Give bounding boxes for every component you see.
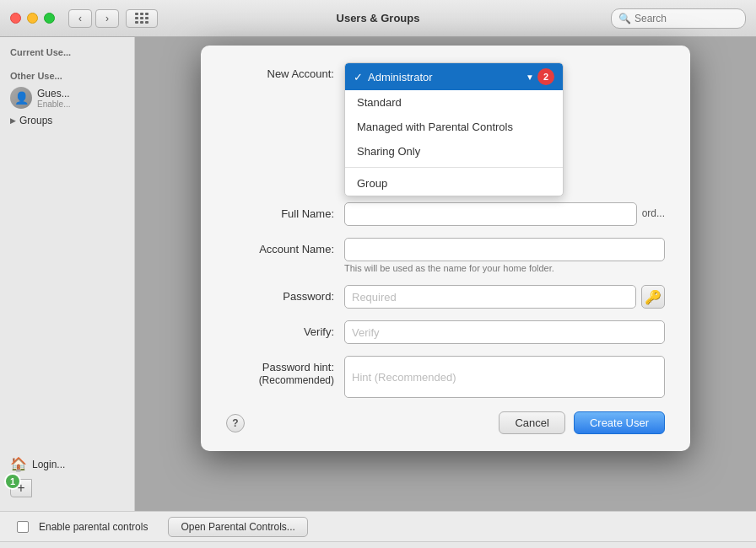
forward-button[interactable]: ›	[95, 9, 119, 28]
hint-input[interactable]	[344, 356, 665, 398]
traffic-lights	[10, 13, 55, 24]
hint-label: Password hint: (Recommended)	[226, 356, 344, 386]
modal-overlay: New Account: ✓ Administrator ▼ 2	[135, 37, 756, 511]
new-account-modal: New Account: ✓ Administrator ▼ 2	[201, 46, 690, 451]
verify-row: Verify:	[226, 320, 665, 344]
window-title: Users & Groups	[337, 12, 420, 24]
key-button[interactable]: 🔑	[641, 285, 665, 309]
help-button[interactable]: ?	[226, 414, 245, 432]
step1-badge: 1	[4, 473, 21, 490]
nav-buttons: ‹ ›	[68, 9, 119, 28]
guest-status: Enable...	[37, 99, 70, 109]
account-name-field: This will be used as the name for your h…	[344, 238, 665, 273]
dropdown-item-sharing[interactable]: Sharing Only	[345, 139, 563, 164]
add-user-button[interactable]: + 1	[10, 479, 32, 497]
password-field: 🔑	[344, 285, 665, 309]
full-name-input[interactable]	[344, 202, 637, 226]
hint-row: Password hint: (Recommended)	[226, 356, 665, 398]
full-name-label: Full Name:	[226, 202, 344, 220]
dropdown-divider	[345, 167, 563, 168]
guest-user-item[interactable]: 👤 Gues... Enable...	[0, 84, 134, 111]
house-icon: 🏠	[10, 456, 27, 472]
minimize-button[interactable]	[27, 13, 38, 24]
bottom-bar: 🔒 Click the lock to prevent further chan…	[0, 541, 756, 548]
search-input[interactable]	[634, 13, 738, 24]
password-hint-btn[interactable]: ord...	[642, 202, 665, 219]
modal-footer: ? Cancel Create User	[226, 411, 665, 434]
account-name-hint: This will be used as the name for your h…	[344, 263, 665, 273]
content-area: New Account: ✓ Administrator ▼ 2	[135, 37, 756, 511]
open-parental-controls-button[interactable]: Open Parental Controls...	[168, 517, 307, 537]
password-input-row: 🔑	[344, 285, 665, 309]
dropdown-item-group[interactable]: Group	[345, 171, 563, 196]
dropdown-chevron-icon: ▼	[526, 73, 534, 82]
create-user-button[interactable]: Create User	[574, 411, 665, 434]
sidebar: Current Use... Other Use... 👤 Gues... En…	[0, 37, 135, 511]
account-type-dropdown-menu[interactable]: ✓ Administrator ▼ 2 Standard Managed wit…	[344, 62, 564, 196]
checkmark-icon: ✓	[354, 71, 363, 83]
hint-field	[344, 356, 665, 398]
step2-badge: 2	[537, 68, 554, 85]
guest-name: Gues...	[37, 88, 70, 99]
full-name-row: Full Name: ord...	[226, 202, 665, 226]
other-users-label: Other Use...	[0, 67, 134, 84]
title-bar: ‹ › Users & Groups 🔍	[0, 0, 756, 37]
new-account-row: New Account: ✓ Administrator ▼ 2	[226, 62, 665, 80]
sidebar-bottom: 🏠 Login... + 1	[0, 449, 134, 504]
grid-view-button[interactable]	[126, 9, 158, 28]
password-row: Password: 🔑	[226, 285, 665, 309]
parental-controls-checkbox[interactable]	[17, 521, 29, 533]
parental-controls-label: Enable parental controls	[39, 521, 148, 533]
full-name-field	[344, 202, 637, 226]
cancel-button[interactable]: Cancel	[499, 411, 564, 434]
current-users-label: Current Use...	[0, 44, 134, 61]
bottom-buttons: + 1	[10, 479, 124, 497]
new-account-label: New Account:	[226, 62, 344, 80]
modal-footer-buttons: Cancel Create User	[499, 411, 665, 434]
account-name-row: Account Name: This will be used as the n…	[226, 238, 665, 273]
verify-label: Verify:	[226, 320, 344, 338]
dropdown-item-managed[interactable]: Managed with Parental Controls	[345, 115, 563, 139]
grid-icon	[135, 13, 149, 24]
dropdown-selected-item[interactable]: ✓ Administrator ▼ 2	[345, 63, 563, 90]
account-name-label: Account Name:	[226, 238, 344, 255]
close-button[interactable]	[10, 13, 21, 24]
account-name-input[interactable]	[344, 238, 665, 261]
main-area: Current Use... Other Use... 👤 Gues... En…	[0, 37, 756, 511]
back-button[interactable]: ‹	[68, 9, 92, 28]
maximize-button[interactable]	[44, 13, 55, 24]
verify-input[interactable]	[344, 320, 665, 344]
password-input[interactable]	[344, 285, 636, 309]
password-label: Password:	[226, 285, 344, 303]
parental-controls-bar: Enable parental controls Open Parental C…	[0, 511, 756, 541]
groups-item[interactable]: ▶ Groups	[0, 111, 134, 130]
selected-option-text: Administrator	[368, 71, 433, 83]
dropdown-item-standard[interactable]: Standard	[345, 90, 563, 115]
search-box[interactable]: 🔍	[611, 8, 746, 29]
verify-field	[344, 320, 665, 344]
login-item[interactable]: 🏠 Login...	[10, 456, 124, 472]
search-icon: 🔍	[618, 13, 631, 24]
guest-avatar: 👤	[10, 87, 32, 109]
